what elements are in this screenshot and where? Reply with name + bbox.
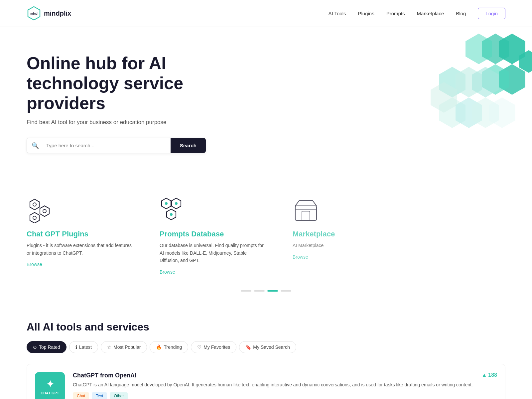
favorites-icon: ♡ [197,344,201,350]
tab-my-saved-search-label: My Saved Search [253,344,290,350]
plugins-icon [27,197,53,223]
tool-score: ▲ 188 [481,372,497,378]
svg-marker-16 [30,199,39,210]
feature-card-prompts: Prompts Database Our database is univers… [146,187,279,285]
tag-0: Chat [73,392,89,399]
feature-card-desc-1: Our database is universal. Find quality … [160,242,266,264]
tab-most-popular[interactable]: ☆ Most Popular [101,341,147,353]
search-button[interactable]: Search [171,138,206,153]
tab-most-popular-label: Most Popular [113,344,141,350]
svg-point-27 [170,213,173,216]
feature-card-desc-0: Plugins - it is software extensions that… [27,242,133,257]
tab-latest-label: Latest [79,344,92,350]
latest-icon: ℹ [75,344,77,350]
tool-card-chatgpt: ✦ CHAT GPT ChatGPT from OpenAI ChatGPT i… [27,364,505,399]
svg-point-19 [43,209,46,213]
tab-my-favorites[interactable]: ♡ My Favorites [191,341,236,353]
tab-my-favorites-label: My Favorites [203,344,230,350]
tab-trending-label: Trending [164,344,182,350]
feature-card-title-1: Prompts Database [160,230,266,238]
dot-3[interactable] [281,290,291,292]
tab-latest[interactable]: ℹ Latest [69,341,98,353]
tool-logo-chatgpt: ✦ CHAT GPT [35,372,65,399]
tool-logo-icon: ✦ [46,379,54,390]
tab-my-saved-search[interactable]: 🔖 My Saved Search [239,341,296,353]
tool-desc: ChatGPT is an AI language model develope… [73,381,473,388]
feature-card-desc-2: AI Marketplace [293,242,366,249]
search-icon: 🔍 [27,142,44,149]
nav-prompts[interactable]: Prompts [386,11,405,16]
svg-marker-6 [482,64,509,95]
svg-marker-11 [439,97,466,128]
svg-marker-14 [489,97,515,128]
score-arrow: ▲ [481,372,487,378]
tab-top-rated-label: Top Rated [39,344,60,350]
tag-2: Other [110,392,128,399]
tool-tags: Chat Text Other [73,392,473,399]
section-title: All AI tools and services [27,321,505,333]
saved-search-icon: 🔖 [245,344,251,350]
svg-text:mind: mind [30,12,38,15]
svg-marker-2 [499,34,525,64]
navbar: mind mindplix AI Tools Plugins Prompts M… [0,0,532,27]
hero-title: Online hub for AI technology service pro… [27,54,253,113]
logo-text: mindplix [44,10,71,17]
svg-rect-28 [295,206,317,220]
svg-marker-20 [30,212,39,223]
most-popular-icon: ☆ [107,344,111,350]
feature-card-chatgpt-plugins: Chat GPT Plugins Plugins - it is softwar… [20,187,146,277]
hero-section: Online hub for AI technology service pro… [0,27,532,173]
svg-marker-18 [40,206,49,216]
features-section: Chat GPT Plugins Plugins - it is softwar… [0,173,532,307]
tool-logo-label: CHAT GPT [41,391,59,395]
svg-marker-9 [456,67,482,97]
filter-tabs: ⊙ Top Rated ℹ Latest ☆ Most Popular 🔥 Tr… [27,341,505,353]
feature-card-link-0[interactable]: Browse [27,262,42,267]
slide-dots [20,285,512,294]
svg-point-17 [33,203,36,206]
search-input[interactable] [44,138,171,153]
svg-marker-7 [519,50,532,73]
dot-0[interactable] [241,290,251,292]
top-rated-icon: ⊙ [33,344,37,350]
svg-marker-12 [456,97,482,128]
nav-links: AI Tools Plugins Prompts Marketplace Blo… [328,8,505,19]
dot-1[interactable] [254,290,265,292]
svg-marker-15 [431,82,457,113]
login-button[interactable]: Login [478,8,505,19]
prompts-icon [160,197,186,223]
hex-decoration [392,27,532,160]
nav-marketplace[interactable]: Marketplace [417,11,444,16]
search-bar: 🔍 Search [27,138,206,153]
nav-ai-tools[interactable]: AI Tools [328,11,346,16]
feature-card-link-1[interactable]: Browse [160,269,175,275]
ai-tools-section: All AI tools and services ⊙ Top Rated ℹ … [0,308,532,399]
feature-card-title-0: Chat GPT Plugins [27,230,133,238]
nav-blog[interactable]: Blog [456,11,466,16]
svg-point-21 [33,216,36,219]
tab-trending[interactable]: 🔥 Trending [150,341,188,353]
tool-name: ChatGPT from OpenAI [73,372,473,379]
svg-point-25 [175,202,178,205]
svg-point-23 [165,202,168,205]
nav-plugins[interactable]: Plugins [358,11,374,16]
tool-info: ChatGPT from OpenAI ChatGPT is an AI lan… [73,372,473,399]
tab-top-rated[interactable]: ⊙ Top Rated [27,341,66,353]
svg-marker-13 [472,97,499,128]
svg-marker-3 [482,34,509,64]
trending-icon: 🔥 [156,344,162,350]
marketplace-icon [293,197,319,223]
cards-row: Chat GPT Plugins Plugins - it is softwar… [20,187,512,285]
feature-card-marketplace: Marketplace AI Marketplace Browse [279,187,379,270]
hero-subtitle: Find best AI tool for your business or e… [27,119,253,126]
dot-2[interactable] [267,290,278,292]
svg-marker-10 [472,67,499,97]
logo[interactable]: mind mindplix [27,6,71,21]
svg-marker-4 [466,34,492,64]
svg-rect-29 [302,211,310,220]
svg-marker-5 [499,64,525,95]
tag-1: Text [92,392,107,399]
feature-card-title-2: Marketplace [293,230,366,238]
feature-card-link-2[interactable]: Browse [293,254,308,260]
score-value: 188 [488,372,497,378]
